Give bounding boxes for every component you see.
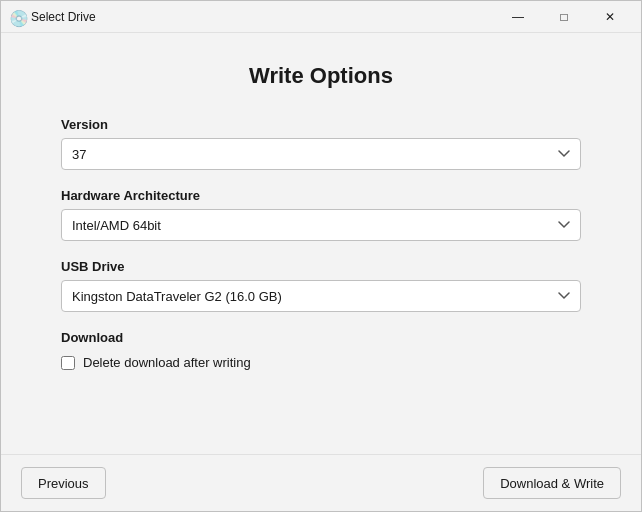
previous-button[interactable]: Previous (21, 467, 106, 499)
checkbox-row: Delete download after writing (61, 355, 581, 370)
version-section: Version 37 38 39 40 (61, 117, 581, 170)
page-title: Write Options (61, 63, 581, 89)
download-section: Download Delete download after writing (61, 330, 581, 370)
window-title: Select Drive (31, 10, 495, 24)
maximize-button[interactable]: □ (541, 1, 587, 33)
version-field-wrapper: 37 38 39 40 (61, 138, 581, 170)
usb-select[interactable]: Kingston DataTraveler G2 (16.0 GB) (61, 280, 581, 312)
download-write-button[interactable]: Download & Write (483, 467, 621, 499)
title-bar-controls: — □ ✕ (495, 1, 633, 33)
usb-label: USB Drive (61, 259, 581, 274)
delete-download-label[interactable]: Delete download after writing (83, 355, 251, 370)
main-content: Write Options Version 37 38 39 40 Hardwa… (1, 33, 641, 454)
main-window: 💿 Select Drive — □ ✕ Write Options Versi… (0, 0, 642, 512)
title-bar: 💿 Select Drive — □ ✕ (1, 1, 641, 33)
arch-label: Hardware Architecture (61, 188, 581, 203)
delete-download-checkbox[interactable] (61, 356, 75, 370)
download-label: Download (61, 330, 581, 345)
version-label: Version (61, 117, 581, 132)
close-button[interactable]: ✕ (587, 1, 633, 33)
minimize-button[interactable]: — (495, 1, 541, 33)
arch-select[interactable]: Intel/AMD 64bit ARM 64bit ARM 32bit (61, 209, 581, 241)
version-select[interactable]: 37 38 39 40 (61, 138, 581, 170)
arch-section: Hardware Architecture Intel/AMD 64bit AR… (61, 188, 581, 241)
usb-section: USB Drive Kingston DataTraveler G2 (16.0… (61, 259, 581, 312)
app-icon: 💿 (9, 9, 25, 25)
footer: Previous Download & Write (1, 454, 641, 511)
